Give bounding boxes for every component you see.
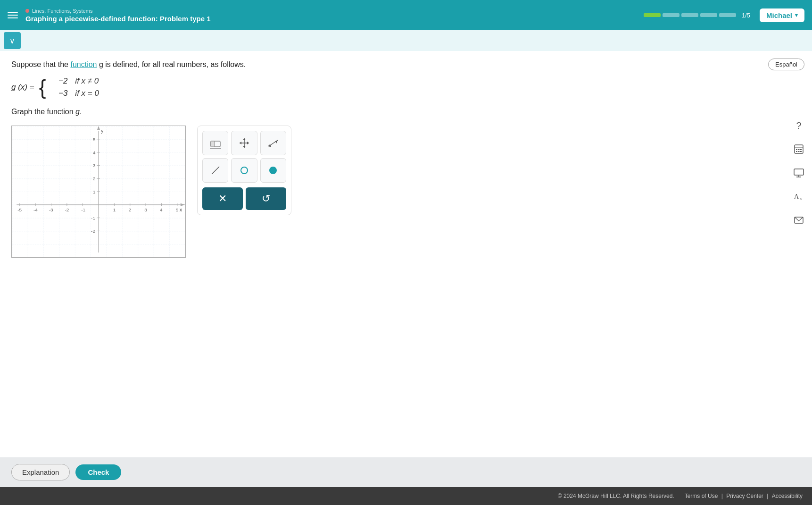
closed-circle-icon [266, 164, 280, 177]
graph-instruction: Graph the function g. [11, 108, 801, 116]
svg-text:-2: -2 [65, 207, 69, 212]
svg-marker-48 [243, 138, 246, 140]
footer-legal: © 2024 McGraw Hill LLC. All Rights Reser… [0, 487, 812, 505]
tools-panel: ✕ ↺ [197, 126, 291, 215]
svg-rect-63 [800, 151, 802, 152]
privacy-link[interactable]: Privacy Center [726, 493, 763, 499]
collapse-button[interactable]: ∨ [4, 32, 21, 49]
case1-condition: if x ≠ 0 [75, 76, 99, 86]
topic-text: Lines, Functions, Systems [32, 8, 92, 14]
progress-bar [644, 13, 736, 17]
svg-marker-49 [243, 146, 246, 148]
progress-empty-2 [681, 13, 698, 17]
progress-empty-3 [700, 13, 717, 17]
tool-action-row: ✕ ↺ [202, 187, 286, 210]
footer-buttons: Explanation Check [0, 457, 812, 487]
open-circle-icon [238, 164, 251, 177]
svg-line-53 [212, 167, 219, 174]
monitor-icon[interactable] [790, 164, 807, 181]
svg-text:3: 3 [93, 163, 96, 168]
hamburger-line-2 [8, 15, 18, 16]
progress-filled-1 [644, 13, 661, 17]
open-circle-tool[interactable] [231, 158, 257, 183]
svg-text:2: 2 [93, 176, 96, 181]
case-row-2: −3 if x = 0 [53, 89, 99, 98]
problem-statement: Suppose that the function g is defined, … [11, 60, 801, 69]
svg-text:-2: -2 [91, 228, 95, 234]
svg-marker-45 [240, 142, 241, 144]
undo-button[interactable]: ↺ [246, 187, 286, 210]
svg-text:-4: -4 [33, 207, 38, 212]
svg-text:3: 3 [144, 207, 147, 212]
svg-text:x: x [180, 207, 182, 212]
terms-link[interactable]: Terms of Use [685, 493, 718, 499]
copyright-text: © 2024 McGraw Hill LLC. All Rights Reser… [558, 493, 674, 499]
math-formula: g (x) = { −2 if x ≠ 0 −3 if x = 0 [11, 76, 801, 98]
eraser-tool[interactable] [202, 131, 228, 155]
svg-rect-61 [796, 151, 797, 152]
closed-circle-tool[interactable] [260, 158, 286, 183]
svg-text:a: a [800, 196, 802, 201]
eraser-icon [209, 136, 222, 150]
right-sidebar: ? A a [790, 117, 807, 228]
segment-arrows-icon [238, 136, 251, 150]
tools-row-2 [202, 158, 286, 183]
graph-container[interactable]: y x -5 -4 -3 [11, 126, 186, 258]
check-button[interactable]: Check [75, 464, 121, 480]
explanation-button[interactable]: Explanation [11, 464, 70, 480]
svg-text:1: 1 [93, 189, 96, 194]
font-icon[interactable]: A a [790, 188, 807, 205]
svg-text:-1: -1 [81, 207, 85, 212]
svg-text:4: 4 [160, 207, 163, 212]
ray-right-tool[interactable] [260, 131, 286, 155]
svg-text:y: y [101, 128, 104, 134]
svg-text:-5: -5 [17, 207, 22, 212]
problem-intro-rest: g is defined, for all real numbers, as f… [99, 60, 246, 68]
svg-text:-3: -3 [49, 207, 53, 212]
svg-marker-46 [247, 142, 249, 144]
accessibility-link[interactable]: Accessibility [772, 493, 803, 499]
user-chevron: ▾ [795, 12, 798, 18]
progress-section: 1/5 [644, 12, 750, 19]
help-icon[interactable]: ? [790, 117, 807, 134]
svg-marker-51 [275, 140, 278, 143]
header: Lines, Functions, Systems Graphing a pie… [0, 0, 812, 30]
graph-tools-row: y x -5 -4 -3 [11, 126, 801, 258]
svg-rect-64 [794, 169, 804, 175]
case1-value: −2 [53, 76, 67, 86]
svg-text:5: 5 [176, 207, 179, 212]
case2-value: −3 [53, 89, 67, 98]
progress-empty-4 [719, 13, 736, 17]
clear-button[interactable]: ✕ [202, 187, 243, 210]
hamburger-line-1 [8, 12, 18, 13]
svg-point-55 [270, 167, 276, 174]
svg-rect-42 [211, 141, 215, 147]
graph-svg[interactable]: y x -5 -4 -3 [12, 126, 185, 257]
ray-right-icon [266, 136, 280, 150]
svg-text:A: A [794, 193, 799, 200]
line-tool[interactable] [202, 158, 228, 183]
tools-row-1 [202, 131, 286, 155]
case2-condition: if x = 0 [75, 89, 99, 98]
collapse-bar: ∨ [0, 30, 812, 51]
svg-rect-59 [798, 149, 800, 150]
espanol-button[interactable]: Español [768, 59, 804, 70]
mail-icon[interactable] [790, 211, 807, 228]
calculator-icon[interactable] [790, 141, 807, 158]
user-menu[interactable]: Michael ▾ [760, 8, 804, 22]
case-row-1: −2 if x ≠ 0 [53, 76, 99, 86]
svg-text:5: 5 [93, 137, 96, 142]
svg-rect-62 [798, 151, 800, 152]
main-content: Español Suppose that the function g is d… [0, 51, 812, 457]
svg-rect-58 [796, 149, 797, 150]
svg-rect-60 [800, 149, 802, 150]
header-topic: Lines, Functions, Systems [25, 8, 644, 14]
svg-text:2: 2 [129, 207, 132, 212]
svg-text:-1: -1 [91, 216, 95, 221]
header-title-block: Lines, Functions, Systems Graphing a pie… [25, 8, 644, 23]
function-link[interactable]: function [70, 60, 97, 68]
segment-arrows-tool[interactable] [231, 131, 257, 155]
svg-text:1: 1 [113, 207, 116, 212]
hamburger-menu[interactable] [8, 12, 18, 18]
svg-text:4: 4 [93, 150, 96, 155]
